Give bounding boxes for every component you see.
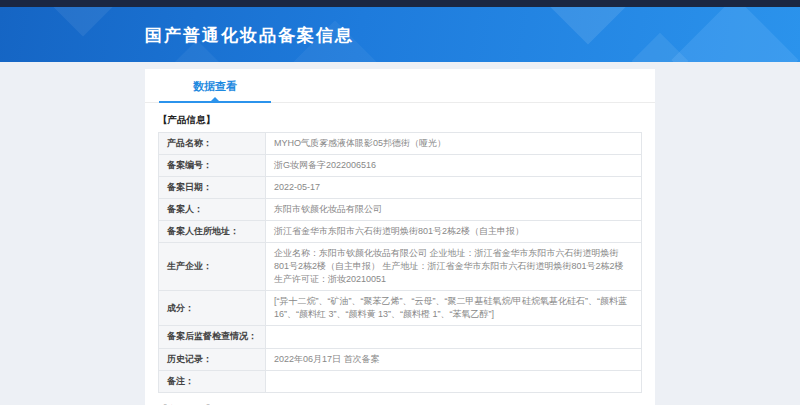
row-value (266, 370, 642, 392)
table-row-filing-date: 备案日期： 2022-05-17 (159, 177, 642, 199)
table-row-filer-address: 备案人住所地址： 浙江省金华市东阳市六石街道明焕街801号2栋2楼（自主申报） (159, 221, 642, 243)
row-label: 生产企业： (159, 243, 266, 291)
product-info-table: 产品名称： MYHO气质雾感液体眼影05邦德街（哑光） 备案编号： 浙G妆网备字… (158, 132, 642, 393)
section-product-info-title: 【产品信息】 (158, 114, 642, 127)
tab-data-view-label: 数据查看 (193, 80, 237, 92)
content-area: 数据查看 【产品信息】 产品名称： MYHO气质雾感液体眼影05邦德街（哑光） … (0, 69, 800, 405)
tab-data-view[interactable]: 数据查看 (159, 79, 271, 102)
header-diamond-decoration (548, 7, 627, 45)
row-value: 企业名称：东阳市钦颜化妆品有限公司 企业地址：浙江省金华市东阳市六石街道明焕街8… (266, 243, 642, 291)
table-row-filer: 备案人： 东阳市钦颜化妆品有限公司 (159, 199, 642, 221)
row-value: 浙江省金华市东阳市六石街道明焕街801号2栋2楼（自主申报） (266, 221, 642, 243)
top-strip (0, 0, 800, 7)
row-label: 备案后监督检查情况： (159, 326, 266, 348)
tab-bar: 数据查看 (145, 69, 655, 103)
row-label: 备注： (159, 370, 266, 392)
header-diamond-decoration (50, 7, 115, 37)
row-value: [“异十二烷”、“矿油”、“聚苯乙烯”、“云母”、“聚二甲基硅氧烷/甲硅烷氧基化… (266, 291, 642, 326)
row-label: 备案人： (159, 199, 266, 221)
row-value: 2022年06月17日 首次备案 (266, 348, 642, 370)
table-row-manufacturer: 生产企业： 企业名称：东阳市钦颜化妆品有限公司 企业地址：浙江省金华市东阳市六石… (159, 243, 642, 291)
page-title: 国产普通化妆品备案信息 (145, 24, 354, 47)
page-header: 国产普通化妆品备案信息 (0, 7, 800, 62)
table-row-product-name: 产品名称： MYHO气质雾感液体眼影05邦德街（哑光） (159, 133, 642, 155)
table-row-remarks: 备注： (159, 370, 642, 392)
row-value: 浙G妆网备字2022006516 (266, 155, 642, 177)
row-value (266, 326, 642, 348)
tab-active-underline (159, 101, 271, 103)
row-label: 备案日期： (159, 177, 266, 199)
header-diamond-decoration (671, 7, 798, 62)
row-value: 东阳市钦颜化妆品有限公司 (266, 199, 642, 221)
table-row-supervision-check: 备案后监督检查情况： (159, 326, 642, 348)
row-value: MYHO气质雾感液体眼影05邦德街（哑光） (266, 133, 642, 155)
content-card: 数据查看 【产品信息】 产品名称： MYHO气质雾感液体眼影05邦德街（哑光） … (145, 69, 655, 405)
row-label: 成分： (159, 291, 266, 326)
table-row-history: 历史记录： 2022年06月17日 首次备案 (159, 348, 642, 370)
row-label: 产品名称： (159, 133, 266, 155)
table-row-ingredients: 成分： [“异十二烷”、“矿油”、“聚苯乙烯”、“云母”、“聚二甲基硅氧烷/甲硅… (159, 291, 642, 326)
row-value: 2022-05-17 (266, 177, 642, 199)
row-label: 备案编号： (159, 155, 266, 177)
header-diamond-decoration (632, 33, 689, 62)
row-label: 备案人住所地址： (159, 221, 266, 243)
table-row-filing-number: 备案编号： 浙G妆网备字2022006516 (159, 155, 642, 177)
row-label: 历史记录： (159, 348, 266, 370)
